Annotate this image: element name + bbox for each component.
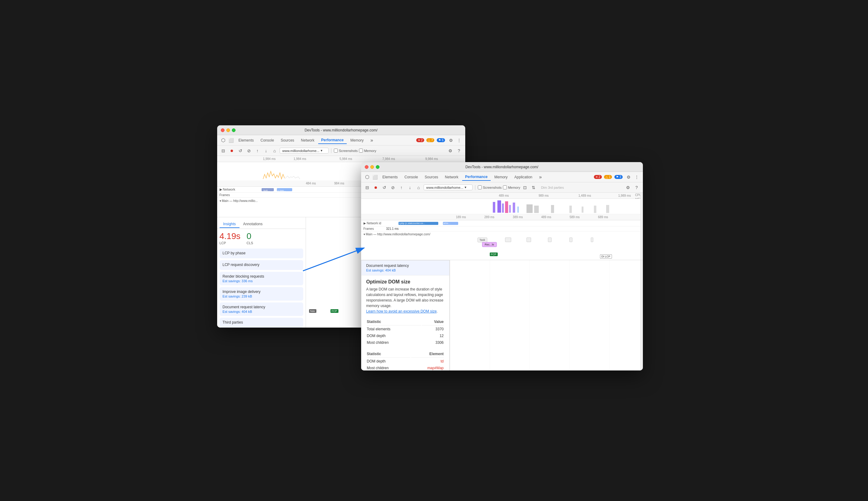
inspect-btn[interactable]: ⬜: [228, 137, 235, 144]
elem-row-1: DOM depth td: [367, 358, 444, 364]
tab-console[interactable]: Console: [258, 137, 277, 144]
tab-performance[interactable]: Performance: [318, 137, 347, 144]
task-bar-6: [591, 237, 593, 242]
svg-rect-12: [569, 206, 572, 213]
traffic-lights-back[interactable]: [221, 128, 236, 132]
bottom-split-front: Insights Annotations Document request la…: [361, 260, 643, 371]
tab-network[interactable]: Network: [298, 137, 318, 144]
settings-perf-btn-back[interactable]: ⚙: [447, 147, 454, 154]
insight-third-parties-back[interactable]: Third parties: [220, 318, 303, 328]
ruler-mark-5: 9,984 ms: [425, 157, 438, 161]
record-btn-back[interactable]: ⏺: [228, 147, 236, 154]
reload-btn-front[interactable]: ↺: [381, 184, 388, 191]
tab-insights-back[interactable]: Insights: [220, 221, 239, 228]
maximize-button-back[interactable]: [232, 128, 236, 132]
download-btn-back[interactable]: ↓: [262, 147, 270, 154]
more-btn-front[interactable]: ⋮: [633, 173, 640, 181]
sub-tabs-back: Insights Annotations: [217, 220, 306, 229]
elem-header-2: Element: [411, 351, 444, 358]
tab-sources-front[interactable]: Sources: [422, 174, 441, 181]
tab-annotations-back[interactable]: Annotations: [239, 221, 266, 228]
net-bar-2: s (ww...: [277, 188, 292, 191]
help-btn-front[interactable]: ?: [633, 184, 640, 191]
overlay-panel: Document request latency Est savings: 40…: [361, 260, 449, 371]
minimize-button-front[interactable]: [370, 165, 374, 169]
frames-row-front: Frames 321.1 ms: [361, 226, 643, 231]
memory-checkbox-back[interactable]: Memory: [359, 149, 377, 152]
learn-link[interactable]: Learn how to avoid an excessive DOM size: [366, 309, 437, 313]
insight-lcp-request[interactable]: LCP request discovery: [220, 260, 303, 270]
minimize-button-back[interactable]: [226, 128, 230, 132]
insight-doc-latency[interactable]: Document request latency Est savings: 40…: [220, 302, 303, 316]
svg-rect-14: [594, 206, 596, 213]
settings-btn-back[interactable]: ⚙: [447, 137, 455, 144]
tab-application-front[interactable]: Application: [511, 174, 535, 181]
tab-elements-front[interactable]: Elements: [379, 174, 401, 181]
svg-rect-5: [505, 201, 508, 213]
tab-more-front[interactable]: »: [536, 173, 545, 181]
close-button-back[interactable]: [221, 128, 225, 132]
reload-btn-back[interactable]: ↺: [237, 147, 244, 154]
elem-header-1: Statistic: [367, 351, 410, 358]
main-scrollbar-front[interactable]: [640, 260, 643, 371]
record-btn-front[interactable]: ⏺: [372, 184, 379, 191]
camera-btn-front[interactable]: ⊡: [521, 184, 529, 191]
tab-sources[interactable]: Sources: [278, 137, 297, 144]
toggle-sidebar-btn[interactable]: ⬡: [220, 137, 227, 144]
stat-header-1: Statistic: [367, 318, 421, 326]
toggle-sidebar-btn-front[interactable]: ⬡: [364, 173, 371, 181]
insight-render-blocking[interactable]: Render blocking requests Est savings: 33…: [220, 272, 303, 285]
tab-memory-front[interactable]: Memory: [491, 174, 511, 181]
tab-memory[interactable]: Memory: [347, 137, 367, 144]
maximize-button-front[interactable]: [376, 165, 379, 169]
tab-performance-front[interactable]: Performance: [462, 173, 491, 181]
tab-console-front[interactable]: Console: [402, 174, 421, 181]
home-btn-front[interactable]: ⌂: [415, 184, 422, 191]
timeline-scrollbar-front[interactable]: [640, 193, 643, 260]
toggle-panel-btn-back[interactable]: ⊟: [220, 147, 227, 154]
svg-rect-4: [502, 203, 504, 213]
screenshots-checkbox-back[interactable]: Screenshots: [334, 149, 358, 152]
url-bar-front[interactable]: www.milliondollarhome... ▾: [424, 184, 473, 190]
di-lcp-container: DI LCP: [600, 254, 612, 259]
task-bar-4: [548, 237, 552, 242]
upload-btn-front[interactable]: ↑: [398, 184, 405, 191]
back-insight-row[interactable]: Document request latency Est savings: 40…: [361, 260, 449, 276]
window-title-front: DevTools - www.milliondollarhomepage.com…: [465, 165, 538, 169]
insight-image-delivery[interactable]: Improve image delivery Est savings: 239 …: [220, 287, 303, 301]
more-btn-back[interactable]: ⋮: [455, 137, 463, 144]
clear-btn-back[interactable]: ⊘: [245, 147, 253, 154]
settings-btn-front[interactable]: ⚙: [625, 173, 632, 181]
svg-rect-7: [513, 203, 515, 213]
help-btn-back[interactable]: ?: [455, 147, 463, 154]
main-row-front: ▾ Main — http://www.milliondollarhomepag…: [361, 231, 643, 250]
settings-perf-btn-front[interactable]: ⚙: [625, 184, 632, 191]
download-btn-front[interactable]: ↓: [406, 184, 414, 191]
tab-elements[interactable]: Elements: [236, 137, 257, 144]
warn-badge-front: △ 1: [604, 175, 612, 179]
cls-metric: 0 CLS: [247, 231, 253, 245]
inspect-btn-front[interactable]: ⬜: [371, 173, 379, 181]
stat-header-2: Value: [422, 318, 444, 326]
toggle-panel-btn-front[interactable]: ⊟: [364, 184, 371, 191]
close-button-front[interactable]: [365, 165, 368, 169]
elem-row-2: Most children map#Map: [367, 365, 444, 371]
svg-rect-11: [551, 205, 554, 213]
info-badge-front: ⚑ 3: [615, 175, 623, 179]
error-badge-front: ✕ 2: [594, 175, 602, 179]
overlay-title: Optimize DOM size: [366, 279, 444, 285]
main-tabs-bar-front: ⬡ ⬜ Elements Console Sources Network Per…: [361, 172, 643, 182]
traffic-lights-front[interactable]: [365, 165, 379, 169]
tab-network-front[interactable]: Network: [442, 174, 462, 181]
sync-btn-front[interactable]: ⇅: [530, 184, 537, 191]
home-btn-back[interactable]: ⌂: [271, 147, 279, 154]
svg-rect-13: [582, 206, 584, 213]
svg-rect-3: [497, 200, 501, 213]
memory-checkbox-front[interactable]: Memory: [503, 185, 520, 189]
clear-btn-front[interactable]: ⊘: [389, 184, 397, 191]
screenshots-checkbox-front[interactable]: Screenshots: [478, 185, 502, 189]
tab-more[interactable]: »: [367, 136, 376, 144]
insight-lcp-phase[interactable]: LCP by phase: [220, 248, 303, 258]
upload-btn-back[interactable]: ↑: [254, 147, 261, 154]
url-bar-back[interactable]: www.milliondollarhome... ▾: [280, 148, 329, 153]
